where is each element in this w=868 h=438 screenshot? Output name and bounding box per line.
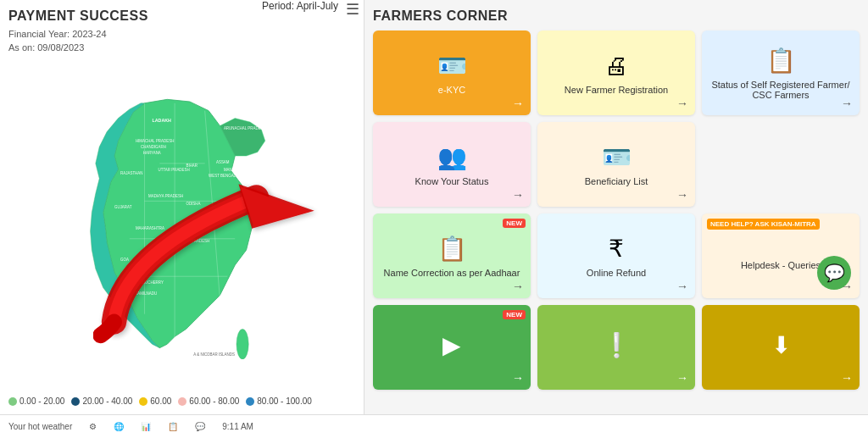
row4-2-icon: ❕ — [602, 331, 632, 359]
card-know-status[interactable]: 👥 Know Your Status → — [373, 122, 531, 207]
legend-label-5: 80.00 - 100.00 — [257, 396, 312, 406]
bottom-bar-icon1[interactable]: ⚙ — [89, 422, 97, 431]
name-correction-label: Name Correction as per Aadhaar — [384, 268, 520, 278]
svg-text:RAJASTHAN: RAJASTHAN — [120, 171, 142, 175]
beneficiary-icon: 🪪 — [602, 143, 632, 171]
online-refund-arrow-icon: → — [676, 280, 688, 293]
svg-text:A & NICOBAR ISLANDS: A & NICOBAR ISLANDS — [193, 352, 235, 357]
bottom-bar: Your hot weather ⚙ 🌐 📊 📋 💬 9:11 AM — [0, 414, 868, 438]
bottom-bar-time: 9:11 AM — [222, 422, 253, 431]
legend-label-2: 20.00 - 40.00 — [82, 396, 132, 406]
svg-text:UTTAR PRADESH: UTTAR PRADESH — [158, 168, 189, 172]
legend-label-3: 60.00 — [150, 396, 171, 406]
row4-3-icon: ⬇ — [771, 331, 791, 359]
know-status-label: Know Your Status — [415, 176, 489, 186]
legend-item-1: 0.00 - 20.00 — [8, 396, 64, 406]
online-refund-icon: ₹ — [609, 235, 624, 263]
bottom-bar-weather: Your hot weather — [8, 422, 72, 431]
card-name-correction[interactable]: NEW 📋 Name Correction as per Aadhaar → — [373, 213, 531, 298]
svg-text:LADAKH: LADAKH — [152, 118, 171, 123]
bottom-bar-icon2[interactable]: 🌐 — [114, 422, 124, 431]
helpdesk-badge: NEED HELP? ASK KISAN-MITRA — [707, 219, 820, 230]
new-farmer-label: New Farmer Registration — [565, 85, 668, 95]
ekyc-arrow-icon: → — [512, 97, 524, 110]
legend-label-1: 0.00 - 20.00 — [19, 396, 64, 406]
svg-text:BIHAR: BIHAR — [186, 164, 198, 168]
row4-2-arrow-icon: → — [676, 371, 688, 385]
beneficiary-label: Beneficiary List — [585, 176, 648, 186]
know-status-arrow-icon: → — [512, 188, 524, 202]
card-helpdesk[interactable]: NEED HELP? ASK KISAN-MITRA Helpdesk - Qu… — [702, 213, 860, 298]
row4-3-arrow-icon: → — [841, 371, 853, 385]
svg-text:GOA: GOA — [120, 258, 129, 262]
card-beneficiary[interactable]: 🪪 Beneficiary List → — [537, 122, 695, 207]
svg-text:HARYANA: HARYANA — [142, 151, 160, 155]
bottom-bar-icon3[interactable]: 📊 — [141, 422, 151, 431]
self-registered-label: Status of Self Registered Farmer/ CSC Fa… — [710, 80, 851, 100]
svg-text:ODISHA: ODISHA — [186, 202, 200, 206]
bottom-bar-icon4[interactable]: 📋 — [168, 422, 178, 431]
card-row4-2[interactable]: ❕ → — [537, 305, 695, 390]
svg-point-27 — [236, 329, 248, 359]
farmers-corner-title: FARMERS CORNER — [373, 8, 860, 24]
svg-text:MAHARASHTRA: MAHARASHTRA — [135, 226, 164, 230]
legend-item-2: 20.00 - 40.00 — [71, 396, 132, 406]
row4-1-arrow-icon: → — [512, 371, 524, 385]
legend-item-3: 60.00 — [139, 396, 171, 406]
svg-text:ANDHRA PRADESH: ANDHRA PRADESH — [175, 239, 209, 243]
left-panel: PAYMENT SUCCESS Financial Year: 2023-24 … — [0, 0, 364, 414]
svg-text:MANIPUR: MANIPUR — [223, 168, 240, 172]
ekyc-label: e-KYC — [438, 85, 465, 95]
new-farmer-arrow-icon: → — [676, 97, 688, 110]
period-label: Period: April-July — [262, 0, 338, 12]
svg-text:ASSAM: ASSAM — [216, 160, 230, 164]
svg-text:CHANDIGARH: CHANDIGARH — [141, 145, 166, 149]
online-refund-label: Online Refund — [587, 268, 646, 278]
helpdesk-arrow-icon: → — [841, 280, 853, 293]
svg-text:GUJARAT: GUJARAT — [114, 205, 132, 209]
ekyc-icon: 🪪 — [437, 52, 467, 80]
as-on-date: As on: 09/08/2023 — [8, 42, 107, 53]
menu-icon[interactable]: ☰ — [346, 0, 359, 19]
svg-text:PUDUCHERRY: PUDUCHERRY — [136, 280, 163, 285]
right-panel: FARMERS CORNER 🪪 e-KYC → 🖨 New Farmer Re… — [364, 0, 868, 414]
self-registered-icon: 📋 — [766, 47, 796, 75]
svg-text:ARUNACHAL PRADESH: ARUNACHAL PRADESH — [223, 126, 265, 130]
beneficiary-arrow-icon: → — [676, 188, 688, 202]
self-registered-arrow-icon: → — [841, 97, 853, 110]
bottom-bar-icon5[interactable]: 💬 — [195, 422, 205, 431]
legend-item-4: 60.00 - 80.00 — [178, 396, 239, 406]
india-map-container: LADAKH HIMACHAL PRADESH CHANDIGARH HARYA… — [8, 56, 355, 391]
new-badge-name-correction: NEW — [503, 219, 526, 228]
legend-label-4: 60.00 - 80.00 — [189, 396, 239, 406]
card-row4-3[interactable]: ⬇ → — [702, 305, 860, 390]
map-legend: 0.00 - 20.00 20.00 - 40.00 60.00 60.00 -… — [8, 396, 355, 406]
card-self-registered[interactable]: 📋 Status of Self Registered Farmer/ CSC … — [702, 30, 860, 115]
svg-text:WEST BENGAL: WEST BENGAL — [209, 174, 236, 178]
svg-text:TAMILNADU: TAMILNADU — [135, 291, 156, 296]
legend-item-5: 80.00 - 100.00 — [246, 396, 312, 406]
know-status-icon: 👥 — [437, 143, 467, 171]
svg-text:MADHYA PRADESH: MADHYA PRADESH — [148, 194, 183, 198]
card-online-refund[interactable]: ₹ Online Refund → — [537, 213, 695, 298]
helpdesk-label: Helpdesk - Queries — [741, 260, 821, 270]
farmers-corner-grid: 🪪 e-KYC → 🖨 New Farmer Registration → 📋 … — [373, 30, 860, 390]
new-farmer-icon: 🖨 — [604, 52, 628, 80]
card-ekyc[interactable]: 🪪 e-KYC → — [373, 30, 531, 115]
card-new-farmer[interactable]: 🖨 New Farmer Registration → — [537, 30, 695, 115]
card-row4-1[interactable]: NEW ▶ → — [373, 305, 531, 390]
financial-year: Financial Year: 2023-24 — [8, 29, 107, 39]
new-badge-row4: NEW — [503, 310, 526, 319]
india-map: LADAKH HIMACHAL PRADESH CHANDIGARH HARYA… — [47, 88, 318, 359]
svg-text:HIMACHAL PRADESH: HIMACHAL PRADESH — [135, 139, 173, 143]
name-correction-arrow-icon: → — [512, 280, 524, 293]
row4-1-icon: ▶ — [442, 331, 461, 359]
name-correction-icon: 📋 — [437, 235, 467, 263]
